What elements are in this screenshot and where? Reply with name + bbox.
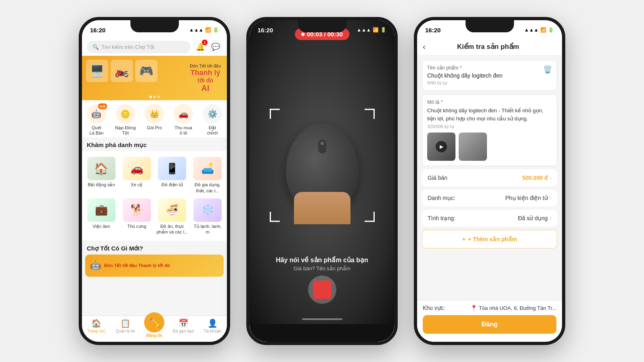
add-product-button[interactable]: + + Thêm sản phẩm [422, 230, 557, 248]
price-label: Giá bán [428, 175, 447, 181]
qa-scan[interactable]: 🤖 Mới QuétLà Bán [82, 104, 111, 136]
cat-vl[interactable]: 💼 Việc làm [84, 196, 119, 238]
submit-button[interactable]: Đăng [423, 315, 556, 334]
price-value: 500.000 đ [522, 175, 548, 181]
dot-1 [149, 96, 152, 98]
nav-home-label: Trang chủ [87, 329, 105, 333]
p3-body: Tên sản phẩm * Chuột không dây logitech … [417, 56, 562, 309]
nav-home[interactable]: 🏠 Trang chủ [82, 318, 111, 338]
camera-bg: logi 00:03 / 00:30 [250, 20, 394, 324]
phone1-time: 16:20 [90, 27, 105, 34]
p3-header: ‹ Kiểm tra sản phẩm [417, 38, 562, 56]
phone3-status-icons: ▲▲▲ 📶 🔋 [524, 27, 554, 33]
nav-post-icon: ✏️ [149, 318, 159, 327]
nav-post-btn[interactable]: ✏️ [144, 312, 164, 333]
qa-more-label: Đặtchỉnh [207, 125, 218, 136]
record-button-container[interactable] [308, 276, 336, 304]
price-chevron: › [550, 174, 552, 181]
cat-dg[interactable]: 🛋️ Đồ gia dụng, thất, các l... [190, 154, 225, 196]
cat-tc-icon: 🐕 [130, 204, 143, 216]
nav-manage-label: Quản lý tin [116, 329, 135, 333]
qa-more[interactable]: ⚙️ Đặtchỉnh [198, 104, 227, 136]
p3-footer: Khu vực: 📍 Tòa nhà UOA, 6, Đường Tân Tr.… [417, 300, 562, 342]
camera-sub-text: Giá bán? Tên sản phẩm [250, 265, 394, 272]
product-name-card[interactable]: Tên sản phẩm * Chuột không dây logitech … [422, 60, 557, 91]
cat-ddt[interactable]: 📱 Đồ điện tử [155, 154, 190, 196]
qa-nap-label: Nạp ĐồngTốt [115, 125, 136, 136]
banner-dots [149, 96, 160, 98]
nav-post-label: Đăng tin [146, 333, 162, 338]
cat-dg-icon: 🛋️ [201, 162, 214, 175]
nav-post[interactable]: ✏️ Đăng tin [140, 318, 169, 338]
record-button[interactable] [313, 280, 331, 299]
dot-3 [157, 96, 160, 98]
notification-bell[interactable]: 🔔 1 [194, 40, 207, 53]
cat-ddt-icon: 📱 [166, 162, 178, 175]
nav-account[interactable]: 👤 Tài khoản [198, 318, 227, 338]
cat-dg-img: 🛋️ [193, 157, 222, 180]
back-button[interactable]: ‹ [423, 42, 426, 51]
condition-value-container: Đã sử dụng › [518, 215, 552, 222]
phone3-time: 16:20 [425, 27, 441, 34]
banner-line1: Đón Tết tới đâu [190, 63, 221, 69]
description-card[interactable]: Mô tả * Chuột không dây logitech đen - T… [422, 94, 557, 166]
cat-tl[interactable]: ❄️ Tủ lạnh, lanh, m [190, 196, 225, 238]
section1-title: Khám phá danh mục [82, 137, 227, 151]
name-label: Tên sản phẩm * [427, 65, 543, 71]
dot-2 [153, 96, 156, 98]
location-pin-icon: 📍 [470, 305, 477, 311]
category-chevron: › [550, 194, 552, 202]
location-row[interactable]: Khu vực: 📍 Tòa nhà UOA, 6, Đường Tân Tr.… [423, 305, 556, 311]
cat-tl-img: ❄️ [193, 198, 222, 222]
nav-nearby[interactable]: 📅 Đồ gần bạn [169, 318, 198, 338]
image-row: ▶ [427, 133, 552, 161]
cat-da[interactable]: 🍜 Đồ ăn, thực phẩm và các l... [155, 196, 190, 238]
scan-frame [270, 109, 375, 222]
battery-icon-3: 🔋 [548, 27, 554, 33]
search-icon: 🔍 [92, 44, 99, 50]
qa-nap[interactable]: 🪙 Nạp ĐồngTốt [111, 104, 140, 136]
img-thumb-1[interactable]: ▶ [427, 133, 455, 161]
category-grid: 🏠 Bất động sản 🚗 Xe cộ 📱 [82, 151, 227, 240]
nav-manage[interactable]: 📋 Quản lý tin [111, 318, 140, 338]
qa-pro-label: Gói Pro [147, 125, 162, 130]
condition-row[interactable]: Tình trạng: Đã sử dụng › [422, 210, 557, 227]
cat-tc[interactable]: 🐕 Thú cưng [119, 196, 155, 238]
cat-xe[interactable]: 🚗 Xe cộ [119, 154, 155, 196]
page-title: Kiểm tra sản phẩm [430, 42, 547, 51]
qa-car-label: Thu muaô tô [175, 125, 192, 136]
banner-item-2: 🏍️ [111, 60, 133, 82]
category-row[interactable]: Danh mục: Phụ kiện điện tử › [422, 189, 557, 206]
phone2-time: 16:20 [258, 27, 273, 34]
signal-icon-3: ▲▲▲ [524, 27, 539, 33]
condition-label: Tình trạng: [428, 215, 455, 221]
banner-items: 🖥️ 🏍️ 🎮 [86, 60, 157, 82]
nav-manage-icon: 📋 [120, 318, 130, 328]
corner-tl [270, 109, 280, 119]
wifi-icon: 📶 [205, 27, 211, 33]
search-input-container[interactable]: 🔍 Tìm kiếm trên Chợ Tốt [87, 41, 191, 53]
message-icon[interactable]: 💬 [209, 40, 222, 53]
banner[interactable]: 🖥️ 🏍️ 🎮 Đón Tết tới đâu Thanh lý tới đó … [82, 56, 227, 100]
qa-pro[interactable]: 👑 Gói Pro [140, 104, 168, 136]
cat-ddt-label: Đồ điện tử [162, 182, 183, 187]
nav-account-label: Tài khoản [203, 329, 221, 333]
phone1-status-icons: ▲▲▲ 📶 🔋 [189, 27, 219, 33]
qa-car[interactable]: 🚗 Thu muaô tô [169, 104, 197, 136]
search-placeholder: Tìm kiếm trên Chợ Tốt [101, 44, 154, 50]
price-row[interactable]: Giá bán 500.000 đ › [422, 169, 557, 186]
img-thumb-2[interactable] [459, 133, 487, 161]
banner-line3: tới đó [190, 77, 221, 84]
cat-bds[interactable]: 🏠 Bất động sản [84, 154, 119, 196]
battery-icon-2: 🔋 [380, 27, 386, 33]
notif-icons: 🔔 1 💬 [194, 40, 222, 53]
play-icon: ▶ [436, 141, 447, 152]
mini-banner[interactable]: 🤖 Đón Tết tới đâu Thanh lý tới đó [85, 255, 224, 277]
mini-banner-text: Đón Tết tới đâu Thanh lý tới đó [104, 263, 170, 268]
cat-tc-img: 🐕 [123, 198, 151, 222]
phone2-status-icons: ▲▲▲ 📶 🔋 [357, 27, 386, 33]
bottom-nav: 🏠 Trang chủ 📋 Quản lý tin ✏️ Đăng tin [82, 316, 227, 342]
quick-actions: 🤖 Mới QuétLà Bán 🪙 Nạp ĐồngTốt 👑 Gói Pro [82, 100, 227, 137]
delete-icon[interactable]: 🗑️ [543, 65, 552, 74]
phone3-notch [466, 20, 514, 32]
